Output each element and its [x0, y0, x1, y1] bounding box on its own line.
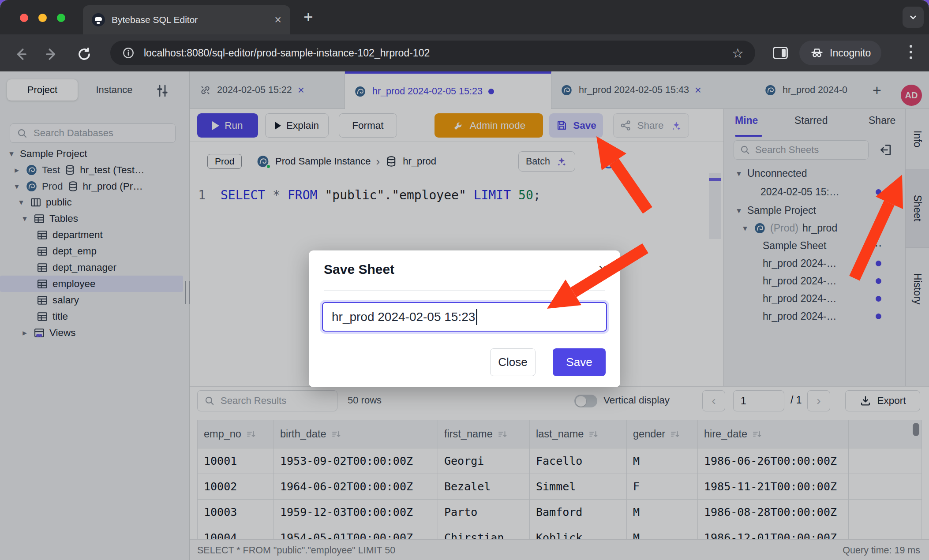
- cell[interactable]: 10004: [198, 525, 274, 539]
- cell[interactable]: Bezalel: [438, 474, 530, 500]
- save-button[interactable]: Save: [549, 113, 603, 138]
- cell[interactable]: M: [627, 525, 698, 539]
- caret-right-icon[interactable]: ▸: [12, 165, 21, 175]
- caret-down-icon[interactable]: ▾: [741, 223, 749, 233]
- tree-item-table-title[interactable]: title: [0, 308, 183, 325]
- cell[interactable]: 1959-12-03T00:00:00Z: [274, 500, 438, 525]
- site-info-icon[interactable]: [122, 46, 135, 60]
- table-row[interactable]: 100031959-12-03T00:00:00ZPartoBamfordM19…: [198, 500, 922, 525]
- sheet-group-unconnected[interactable]: ▾ Unconnected: [724, 164, 903, 182]
- rail-tab-sheet[interactable]: Sheet: [906, 169, 929, 248]
- caret-right-icon[interactable]: ▸: [20, 328, 29, 338]
- table-scrollbar[interactable]: [913, 423, 919, 436]
- sheet-tab-4[interactable]: hr_prod 2024-0: [755, 71, 865, 109]
- caret-down-icon[interactable]: ▾: [734, 205, 743, 216]
- sheet-item[interactable]: hr_prod 2024-…: [724, 272, 903, 290]
- more-actions-icon[interactable]: ⋯: [871, 239, 883, 253]
- page-input[interactable]: [733, 390, 784, 411]
- sheet-tab-2-active[interactable]: hr_prod 2024-02-05 15:23: [345, 71, 551, 109]
- zoom-window-button[interactable]: [57, 14, 65, 22]
- share-button[interactable]: Share: [613, 113, 689, 138]
- search-sheets-input[interactable]: Search Sheets: [734, 140, 869, 160]
- sort-icon[interactable]: [246, 429, 256, 440]
- admin-mode-button[interactable]: Admin mode: [435, 113, 543, 138]
- tab-share[interactable]: Share: [869, 115, 895, 127]
- tab-list-button[interactable]: [903, 7, 924, 28]
- close-tab-icon[interactable]: ×: [274, 14, 281, 26]
- close-sheet-tab-icon[interactable]: ×: [298, 83, 304, 97]
- cell[interactable]: 1985-11-21T00:00:00Z: [698, 474, 849, 500]
- cell[interactable]: Parto: [438, 500, 530, 525]
- browser-menu-icon[interactable]: [910, 45, 912, 48]
- caret-down-icon[interactable]: ▾: [7, 149, 16, 159]
- cell[interactable]: 1986-12-01T00:00:00Z: [698, 525, 849, 539]
- sheet-tab-1[interactable]: 2024-02-05 15:22 ×: [191, 71, 345, 109]
- collapse-panel-icon[interactable]: [878, 142, 893, 157]
- tree-item-views[interactable]: ▸ Views: [0, 325, 183, 341]
- tab-mine[interactable]: Mine: [735, 115, 758, 127]
- side-panel-icon[interactable]: [773, 47, 788, 59]
- tree-item-tables[interactable]: ▾ Tables: [0, 210, 183, 227]
- table-row[interactable]: 100011953-09-02T00:00:00ZGeorgiFacelloM1…: [198, 448, 922, 474]
- tree-item-table-dept-manager[interactable]: dept_manager: [0, 259, 183, 276]
- caret-down-icon[interactable]: ▾: [12, 181, 21, 191]
- tab-starred[interactable]: Starred: [794, 115, 828, 127]
- cell[interactable]: 1954-05-01T00:00:00Z: [274, 525, 438, 539]
- reload-icon[interactable]: [76, 46, 93, 63]
- search-databases-input[interactable]: Search Databases: [10, 123, 176, 143]
- cell[interactable]: 1986-08-28T00:00:00Z: [698, 500, 849, 525]
- cell[interactable]: 10002: [198, 474, 274, 500]
- tree-item-table-employee[interactable]: employee: [0, 276, 183, 292]
- results-table[interactable]: emp_no birth_date first_name last_name g…: [197, 420, 922, 539]
- browser-tab[interactable]: Bytebase SQL Editor ×: [83, 5, 290, 34]
- sheet-tab-3[interactable]: hr_prod 2024-02-05 15:43 ×: [551, 71, 755, 109]
- sheet-group-sample-project[interactable]: ▾ Sample Project: [724, 202, 903, 219]
- run-button[interactable]: Run: [197, 113, 258, 138]
- column-header[interactable]: first_name: [438, 420, 530, 448]
- column-header[interactable]: emp_no: [198, 420, 274, 448]
- tree-item-table-salary[interactable]: salary: [0, 292, 183, 308]
- export-button[interactable]: Export: [845, 390, 920, 411]
- cell[interactable]: 10003: [198, 500, 274, 525]
- cell[interactable]: Simmel: [530, 474, 627, 500]
- instance-name[interactable]: Prod Sample Instance: [275, 156, 371, 167]
- cell[interactable]: Facello: [530, 448, 627, 474]
- cell[interactable]: F: [627, 474, 698, 500]
- sort-icon[interactable]: [752, 429, 762, 440]
- explain-button[interactable]: Explain: [265, 113, 329, 138]
- sheet-item[interactable]: Sample Sheet ⋯: [724, 237, 903, 254]
- tab-project[interactable]: Project: [7, 79, 78, 101]
- cell[interactable]: Georgi: [438, 448, 530, 474]
- cell[interactable]: 1964-06-02T00:00:00Z: [274, 474, 438, 500]
- sheet-item[interactable]: hr_prod 2024-…: [724, 254, 903, 272]
- cell[interactable]: M: [627, 500, 698, 525]
- table-row[interactable]: 100041954-05-01T00:00:00ZChirstianKoblic…: [198, 525, 922, 539]
- sheet-item[interactable]: hr_prod 2024-…: [724, 290, 903, 307]
- url-text[interactable]: localhost:8080/sql-editor/prod-sample-in…: [144, 47, 723, 59]
- prev-page-button[interactable]: ‹: [702, 390, 725, 411]
- column-header[interactable]: gender: [627, 420, 698, 448]
- editor-overview-ruler[interactable]: [709, 173, 721, 239]
- close-window-button[interactable]: [20, 14, 28, 22]
- new-sheet-tab-button[interactable]: +: [873, 71, 881, 109]
- tab-instance[interactable]: Instance: [88, 79, 140, 101]
- sheet-group-prod-hr-prod[interactable]: ▾ (Prod) hr_prod: [724, 219, 903, 237]
- cell[interactable]: Koblick: [530, 525, 627, 539]
- column-header[interactable]: birth_date: [274, 420, 438, 448]
- modal-save-button[interactable]: Save: [553, 348, 606, 376]
- cell[interactable]: 10001: [198, 448, 274, 474]
- next-page-button[interactable]: ›: [807, 390, 830, 411]
- url-bar[interactable]: localhost:8080/sql-editor/prod-sample-in…: [110, 41, 755, 65]
- forward-icon[interactable]: [43, 46, 60, 63]
- column-header[interactable]: hire_date: [698, 420, 849, 448]
- cell[interactable]: Bamford: [530, 500, 627, 525]
- tree-item-table-dept-emp[interactable]: dept_emp: [0, 243, 183, 259]
- close-sheet-tab-icon[interactable]: ×: [695, 83, 701, 97]
- tree-item-sample-project[interactable]: ▾ Sample Project: [0, 146, 183, 162]
- minimize-window-button[interactable]: [38, 14, 47, 22]
- new-tab-button[interactable]: +: [303, 8, 313, 26]
- caret-down-icon[interactable]: ▾: [20, 213, 29, 224]
- tree-item-hr-prod[interactable]: ▾ Prod hr_prod (Pr…: [0, 178, 183, 194]
- cell[interactable]: Chirstian: [438, 525, 530, 539]
- rail-tab-history[interactable]: History: [906, 248, 929, 330]
